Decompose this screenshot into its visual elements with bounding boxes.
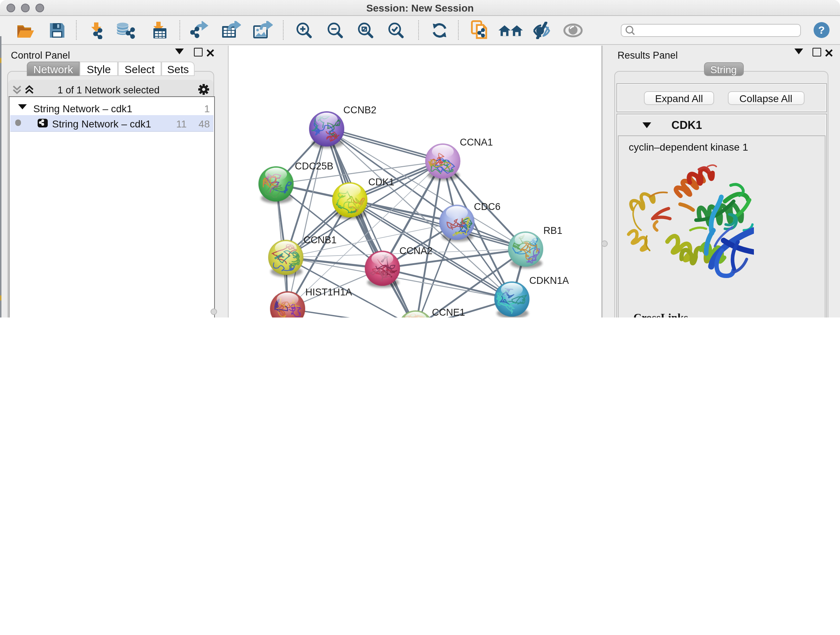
svg-text:CDC25B: CDC25B: [295, 161, 333, 172]
svg-text:CCNB1: CCNB1: [303, 234, 337, 245]
svg-text:CCNE1: CCNE1: [432, 307, 465, 318]
svg-text:RB1: RB1: [543, 225, 562, 236]
svg-text:CDC6: CDC6: [474, 201, 501, 212]
svg-text:CCNB2: CCNB2: [343, 105, 377, 116]
svg-text:HIST1H1A: HIST1H1A: [305, 287, 352, 298]
svg-text:CDKN1A: CDKN1A: [529, 275, 569, 286]
svg-text:?: ?: [818, 24, 825, 36]
svg-text:CDK1: CDK1: [368, 177, 394, 187]
svg-text:CCNA1: CCNA1: [460, 137, 493, 148]
svg-text:CCNA2: CCNA2: [399, 245, 433, 256]
